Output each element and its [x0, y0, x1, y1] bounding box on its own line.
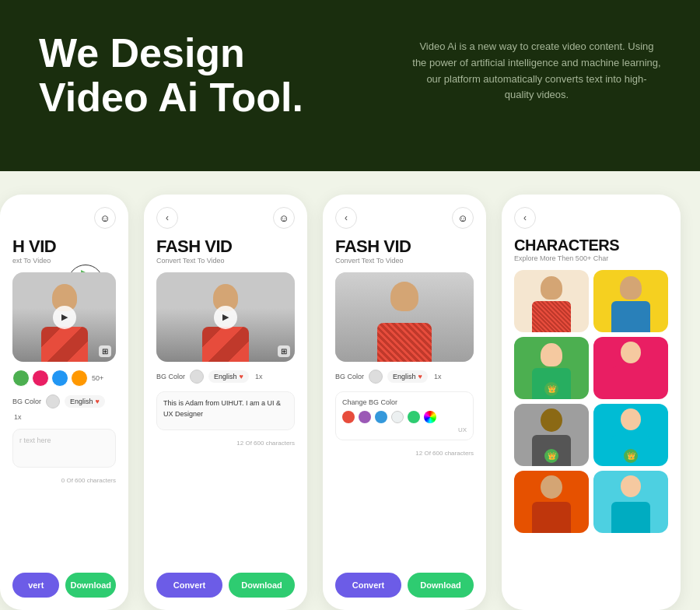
card1-header: ☺ [12, 207, 116, 229]
card3-language-label: English [393, 373, 416, 380]
multiplier-label: 1x [14, 413, 22, 421]
color-picker-label: Change BG Color [342, 398, 467, 406]
card3-logo: FASH VID Convert Text To Video [335, 237, 474, 265]
ux-label: UX [342, 426, 467, 433]
card2-download-button[interactable]: Download [229, 573, 295, 598]
heart-icon: ♥ [96, 398, 100, 405]
card2-language-badge[interactable]: English ♥ [208, 370, 249, 383]
hero-title: We Design Video Ai Tool. [39, 31, 303, 120]
card3-controls: BG Color English ♥ 1x [335, 370, 474, 384]
card3-heart-icon: ♥ [418, 373, 422, 380]
card2-heart-icon: ♥ [240, 373, 243, 380]
card4-logo: CHARACTERS Explore More Then 500+ Char [514, 237, 668, 262]
card1-avatars: 50+ [12, 370, 116, 387]
card2-text-content: This is Adam from UIHUT. I am a UI & UX … [163, 399, 281, 418]
card2-back-button[interactable]: ‹ [156, 207, 178, 229]
card1-video: ▶ ⊞ [12, 272, 116, 362]
crown-badge-6: 👑 [624, 449, 638, 463]
char-thumb-2[interactable] [593, 270, 668, 332]
card1-settings-icon[interactable]: ☺ [94, 207, 116, 229]
char-thumb-3[interactable]: 👑 [514, 337, 589, 399]
hero-title-line1: We Design [39, 30, 245, 75]
char-thumb-7[interactable] [514, 471, 589, 533]
card3-bg-color-label: BG Color [335, 373, 364, 380]
char-count: 0 Of 600 characters [12, 477, 116, 484]
card2-actions: Convert Download [156, 573, 295, 598]
color-picker-panel: Change BG Color UX [335, 391, 474, 440]
card3-multiplier: 1x [434, 373, 442, 380]
card3-person-preview [335, 272, 474, 362]
language-label: English [70, 398, 93, 405]
card1-photo-icon: ⊞ [99, 345, 111, 357]
card2-play-button[interactable]: ▶ [214, 306, 237, 329]
color-dots-row [342, 411, 467, 423]
card3-header: ‹ ☺ [335, 207, 474, 229]
card2-text-area[interactable]: This is Adam from UIHUT. I am a UI & UX … [156, 391, 295, 430]
card4-header: ‹ [514, 207, 668, 229]
card4-back-button[interactable]: ‹ [514, 207, 536, 229]
card3-convert-button[interactable]: Convert [335, 573, 401, 598]
phone-card-4: ‹ CHARACTERS Explore More Then 500+ Char [502, 195, 681, 610]
phone-card-1: ☺ H VID ext To Video ▶VIDEOWATCHERSYSTEM… [0, 195, 128, 610]
char-thumb-5[interactable]: 👑 [514, 404, 589, 466]
char-thumb-1[interactable] [514, 270, 589, 332]
color-red[interactable] [342, 411, 355, 423]
char-thumb-4[interactable] [593, 337, 668, 399]
card2-char-count: 12 Of 600 characters [156, 440, 295, 447]
bg-color-label: BG Color [12, 398, 41, 405]
crown-badge-5: 👑 [544, 449, 558, 463]
color-white[interactable] [391, 411, 404, 423]
card3-bg-swatch[interactable] [369, 370, 383, 384]
card1-actions: vert Download [12, 573, 116, 598]
card3-download-button[interactable]: Download [408, 573, 474, 598]
hero-title-line2: Video Ai Tool. [39, 75, 303, 120]
hero-description: Video Ai is a new way to create video co… [412, 31, 661, 103]
char-thumb-8[interactable] [593, 471, 668, 533]
card1-controls: BG Color English ♥ 1x [12, 394, 116, 421]
card3-back-button[interactable]: ‹ [335, 207, 357, 229]
color-rainbow[interactable] [424, 411, 436, 423]
crown-badge-3: 👑 [544, 382, 558, 396]
card2-header: ‹ ☺ [156, 207, 295, 229]
hero-section: We Design Video Ai Tool. Video Ai is a n… [0, 0, 700, 171]
card3-char-count: 12 Of 600 characters [335, 450, 474, 457]
avatars-count: 50+ [92, 374, 103, 382]
card2-video: ▶ ⊞ [156, 272, 295, 362]
card2-multiplier: 1x [255, 373, 263, 380]
card3-actions: Convert Download [335, 573, 474, 598]
card2-language-label: English [214, 373, 237, 380]
phone-card-3: ‹ ☺ FASH VID Convert Text To Video BG Co… [323, 195, 486, 610]
card3-language-badge[interactable]: English ♥ [387, 370, 428, 383]
card2-bg-swatch[interactable] [190, 370, 204, 384]
phone-card-2: ‹ ☺ FASH VID Convert Text To Video ▶ ⊞ B… [144, 195, 307, 610]
color-green[interactable] [408, 411, 420, 423]
language-badge[interactable]: English ♥ [65, 395, 105, 408]
avatar-4 [71, 370, 88, 387]
card2-settings-icon[interactable]: ☺ [273, 207, 295, 229]
text-placeholder: r text here [19, 436, 51, 444]
avatar-2 [32, 370, 49, 387]
card2-convert-button[interactable]: Convert [156, 573, 222, 598]
card2-logo: FASH VID Convert Text To Video [156, 237, 295, 265]
card2-photo-icon: ⊞ [278, 345, 290, 357]
card2-bg-color-label: BG Color [156, 373, 185, 380]
char-thumb-6[interactable]: 👑 [593, 404, 668, 466]
card1-download-button[interactable]: Download [65, 573, 116, 598]
color-purple[interactable] [359, 411, 371, 423]
card1-logo: H VID ext To Video [12, 237, 116, 265]
avatar-3 [51, 370, 68, 387]
card1-text-area[interactable]: r text here [12, 429, 116, 468]
bg-color-swatch[interactable] [46, 394, 60, 408]
card3-settings-icon[interactable]: ☺ [452, 207, 474, 229]
cards-area: ☺ H VID ext To Video ▶VIDEOWATCHERSYSTEM… [0, 171, 700, 610]
characters-grid: 👑 👑 [514, 270, 668, 533]
card1-convert-button[interactable]: vert [12, 573, 59, 598]
card2-controls: BG Color English ♥ 1x [156, 370, 295, 384]
card1-play-button[interactable]: ▶ [53, 306, 76, 329]
avatar-1 [12, 370, 30, 387]
color-blue[interactable] [375, 411, 387, 423]
